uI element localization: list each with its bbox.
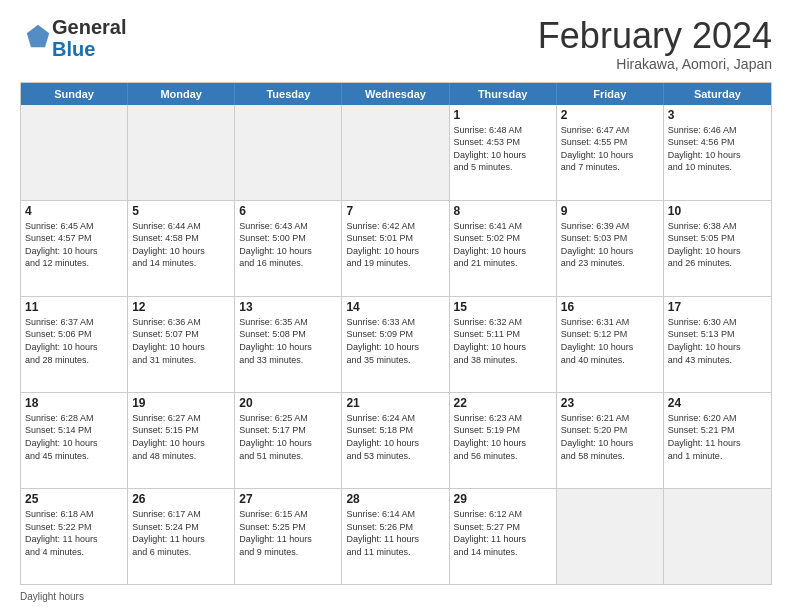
cell-info: Sunrise: 6:24 AM Sunset: 5:18 PM Dayligh… [346,412,444,462]
day-number: 8 [454,204,552,218]
calendar: SundayMondayTuesdayWednesdayThursdayFrid… [20,82,772,585]
calendar-cell: 28Sunrise: 6:14 AM Sunset: 5:26 PM Dayli… [342,489,449,584]
day-number: 20 [239,396,337,410]
day-number: 11 [25,300,123,314]
cell-info: Sunrise: 6:15 AM Sunset: 5:25 PM Dayligh… [239,508,337,558]
cell-info: Sunrise: 6:33 AM Sunset: 5:09 PM Dayligh… [346,316,444,366]
calendar-cell: 14Sunrise: 6:33 AM Sunset: 5:09 PM Dayli… [342,297,449,392]
cell-info: Sunrise: 6:23 AM Sunset: 5:19 PM Dayligh… [454,412,552,462]
calendar-cell [235,105,342,200]
cell-info: Sunrise: 6:47 AM Sunset: 4:55 PM Dayligh… [561,124,659,174]
cell-info: Sunrise: 6:42 AM Sunset: 5:01 PM Dayligh… [346,220,444,270]
month-title: February 2024 [538,16,772,56]
day-number: 2 [561,108,659,122]
cell-info: Sunrise: 6:32 AM Sunset: 5:11 PM Dayligh… [454,316,552,366]
cell-info: Sunrise: 6:28 AM Sunset: 5:14 PM Dayligh… [25,412,123,462]
day-number: 7 [346,204,444,218]
day-number: 27 [239,492,337,506]
page: General Blue February 2024 Hirakawa, Aom… [0,0,792,612]
calendar-cell: 6Sunrise: 6:43 AM Sunset: 5:00 PM Daylig… [235,201,342,296]
title-block: February 2024 Hirakawa, Aomori, Japan [538,16,772,72]
calendar-cell: 23Sunrise: 6:21 AM Sunset: 5:20 PM Dayli… [557,393,664,488]
logo: General Blue [20,16,126,60]
calendar-cell: 13Sunrise: 6:35 AM Sunset: 5:08 PM Dayli… [235,297,342,392]
calendar-cell: 17Sunrise: 6:30 AM Sunset: 5:13 PM Dayli… [664,297,771,392]
calendar-cell [557,489,664,584]
calendar-cell: 15Sunrise: 6:32 AM Sunset: 5:11 PM Dayli… [450,297,557,392]
day-number: 28 [346,492,444,506]
day-number: 24 [668,396,767,410]
calendar-cell: 18Sunrise: 6:28 AM Sunset: 5:14 PM Dayli… [21,393,128,488]
day-number: 22 [454,396,552,410]
calendar-cell [21,105,128,200]
day-name-saturday: Saturday [664,83,771,105]
logo-blue-text: Blue [52,38,95,60]
cell-info: Sunrise: 6:38 AM Sunset: 5:05 PM Dayligh… [668,220,767,270]
calendar-body: 1Sunrise: 6:48 AM Sunset: 4:53 PM Daylig… [21,105,771,584]
calendar-row: 11Sunrise: 6:37 AM Sunset: 5:06 PM Dayli… [21,297,771,393]
day-number: 29 [454,492,552,506]
day-number: 21 [346,396,444,410]
calendar-cell: 8Sunrise: 6:41 AM Sunset: 5:02 PM Daylig… [450,201,557,296]
day-number: 25 [25,492,123,506]
calendar-cell: 12Sunrise: 6:36 AM Sunset: 5:07 PM Dayli… [128,297,235,392]
cell-info: Sunrise: 6:46 AM Sunset: 4:56 PM Dayligh… [668,124,767,174]
footer-label: Daylight hours [20,591,84,602]
calendar-cell [342,105,449,200]
calendar-cell: 10Sunrise: 6:38 AM Sunset: 5:05 PM Dayli… [664,201,771,296]
calendar-cell [128,105,235,200]
calendar-cell: 27Sunrise: 6:15 AM Sunset: 5:25 PM Dayli… [235,489,342,584]
cell-info: Sunrise: 6:30 AM Sunset: 5:13 PM Dayligh… [668,316,767,366]
footer: Daylight hours [20,591,772,602]
day-name-wednesday: Wednesday [342,83,449,105]
cell-info: Sunrise: 6:14 AM Sunset: 5:26 PM Dayligh… [346,508,444,558]
day-name-friday: Friday [557,83,664,105]
day-number: 14 [346,300,444,314]
cell-info: Sunrise: 6:45 AM Sunset: 4:57 PM Dayligh… [25,220,123,270]
location-subtitle: Hirakawa, Aomori, Japan [538,56,772,72]
calendar-row: 18Sunrise: 6:28 AM Sunset: 5:14 PM Dayli… [21,393,771,489]
day-number: 12 [132,300,230,314]
day-number: 15 [454,300,552,314]
day-number: 6 [239,204,337,218]
cell-info: Sunrise: 6:39 AM Sunset: 5:03 PM Dayligh… [561,220,659,270]
day-number: 23 [561,396,659,410]
calendar-cell: 2Sunrise: 6:47 AM Sunset: 4:55 PM Daylig… [557,105,664,200]
calendar-cell: 29Sunrise: 6:12 AM Sunset: 5:27 PM Dayli… [450,489,557,584]
logo-icon [24,22,52,50]
calendar-cell: 25Sunrise: 6:18 AM Sunset: 5:22 PM Dayli… [21,489,128,584]
cell-info: Sunrise: 6:48 AM Sunset: 4:53 PM Dayligh… [454,124,552,174]
day-number: 1 [454,108,552,122]
calendar-row: 25Sunrise: 6:18 AM Sunset: 5:22 PM Dayli… [21,489,771,584]
day-name-monday: Monday [128,83,235,105]
calendar-cell: 20Sunrise: 6:25 AM Sunset: 5:17 PM Dayli… [235,393,342,488]
cell-info: Sunrise: 6:27 AM Sunset: 5:15 PM Dayligh… [132,412,230,462]
calendar-cell: 3Sunrise: 6:46 AM Sunset: 4:56 PM Daylig… [664,105,771,200]
cell-info: Sunrise: 6:31 AM Sunset: 5:12 PM Dayligh… [561,316,659,366]
calendar-cell: 21Sunrise: 6:24 AM Sunset: 5:18 PM Dayli… [342,393,449,488]
day-number: 5 [132,204,230,218]
calendar-cell: 7Sunrise: 6:42 AM Sunset: 5:01 PM Daylig… [342,201,449,296]
calendar-cell: 24Sunrise: 6:20 AM Sunset: 5:21 PM Dayli… [664,393,771,488]
logo-general-text: General [52,16,126,38]
calendar-cell: 9Sunrise: 6:39 AM Sunset: 5:03 PM Daylig… [557,201,664,296]
day-number: 26 [132,492,230,506]
cell-info: Sunrise: 6:17 AM Sunset: 5:24 PM Dayligh… [132,508,230,558]
cell-info: Sunrise: 6:44 AM Sunset: 4:58 PM Dayligh… [132,220,230,270]
cell-info: Sunrise: 6:21 AM Sunset: 5:20 PM Dayligh… [561,412,659,462]
calendar-row: 1Sunrise: 6:48 AM Sunset: 4:53 PM Daylig… [21,105,771,201]
day-name-sunday: Sunday [21,83,128,105]
cell-info: Sunrise: 6:37 AM Sunset: 5:06 PM Dayligh… [25,316,123,366]
day-number: 9 [561,204,659,218]
svg-marker-0 [27,25,49,47]
cell-info: Sunrise: 6:41 AM Sunset: 5:02 PM Dayligh… [454,220,552,270]
day-number: 3 [668,108,767,122]
cell-info: Sunrise: 6:36 AM Sunset: 5:07 PM Dayligh… [132,316,230,366]
calendar-cell: 22Sunrise: 6:23 AM Sunset: 5:19 PM Dayli… [450,393,557,488]
calendar-cell: 26Sunrise: 6:17 AM Sunset: 5:24 PM Dayli… [128,489,235,584]
calendar-header: SundayMondayTuesdayWednesdayThursdayFrid… [21,83,771,105]
cell-info: Sunrise: 6:12 AM Sunset: 5:27 PM Dayligh… [454,508,552,558]
day-number: 4 [25,204,123,218]
day-number: 19 [132,396,230,410]
calendar-cell: 19Sunrise: 6:27 AM Sunset: 5:15 PM Dayli… [128,393,235,488]
